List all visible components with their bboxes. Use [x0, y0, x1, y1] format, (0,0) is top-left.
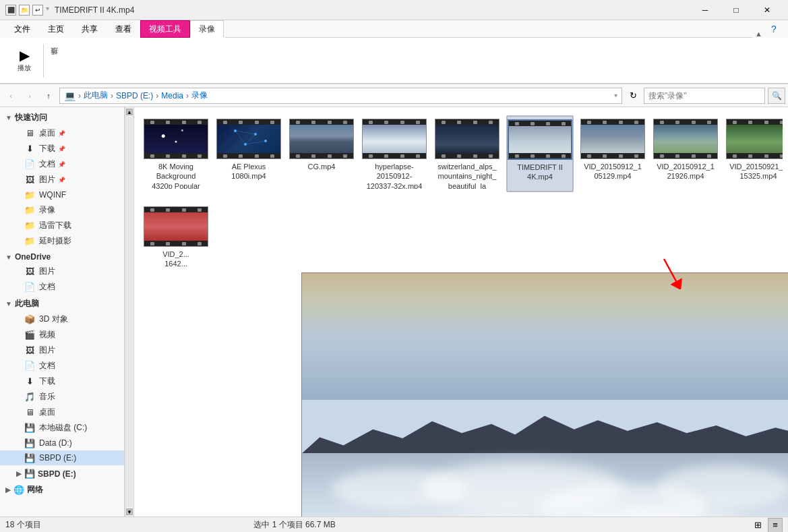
tab-view[interactable]: 查看 [107, 20, 140, 38]
file-thumb-hyperlapse [362, 119, 427, 159]
file-item-aeplexus[interactable]: AE Plexus 1080i.mp4 [215, 115, 282, 192]
sidebar-item-pictures[interactable]: 🖼 图片 📌 [0, 172, 124, 187]
close-button[interactable]: ✕ [752, 0, 783, 20]
folder-icon: 📁 [24, 205, 35, 216]
tab-file[interactable]: 文件 [5, 20, 39, 38]
preview-window: ⊞ [301, 272, 788, 516]
pin-icon: 📌 [58, 177, 65, 183]
tab-home[interactable]: 主页 [39, 20, 73, 38]
pin-icon: 📌 [58, 130, 65, 137]
ribbon-content: ▶ 播放 播放 [0, 38, 788, 84]
file-thumb-aeplexus [216, 119, 281, 159]
sidebar-item-downloads[interactable]: ⬇ 下载 📌 [0, 141, 124, 156]
pictures-icon: 🖼 [24, 266, 35, 277]
sidebar-item-pc-desktop[interactable]: 🖥 桌面 [0, 405, 124, 420]
titlebar-icons: ⬛ 📁 ↩ ▾ [5, 5, 49, 16]
path-sbpd[interactable]: SBPD (E:) [116, 91, 153, 100]
maximize-button[interactable]: □ [721, 0, 752, 20]
tab-videotool[interactable]: 视频工具 [140, 20, 190, 38]
ribbon-collapse[interactable]: ▲ [752, 30, 765, 38]
titlebar-quick-access-icon[interactable]: ⬛ [5, 5, 16, 16]
address-path[interactable]: 💻 › 此电脑 › SBPD (E:) › Media › 录像 ▾ [59, 88, 622, 104]
sidebar-header-network[interactable]: ▶ 🌐 网络 [0, 482, 124, 498]
path-thispc[interactable]: 此电脑 [84, 90, 108, 101]
file-item-hyperlapse[interactable]: hyperlapse-20150912-120337-32x.mp4 [361, 115, 428, 192]
folder-icon: 📁 [24, 189, 35, 200]
sidebar-item-documents[interactable]: 📄 文档 📌 [0, 156, 124, 172]
sidebar-item-music[interactable]: 🎵 音乐 [0, 389, 124, 405]
sidebar-header-sbpd[interactable]: ▶ 💾 SBPD (E:) [0, 467, 124, 481]
file-name-switzerland: switzerland_alps_mountains_night_beautif… [437, 162, 497, 189]
chevron-right-icon: ▶ [16, 470, 22, 477]
tab-play[interactable]: 录像 [190, 20, 224, 38]
sidebar-section-quick-access: ▼ 快速访问 🖥 桌面 📌 ⬇ 下载 📌 📄 文档 📌 🖼 图片 � [0, 110, 124, 249]
sidebar-item-drive-e[interactable]: 💾 SBPD (E:) [0, 450, 124, 465]
minimize-button[interactable]: ─ [690, 0, 721, 20]
file-thumb-switzerland [435, 119, 499, 159]
documents-icon: 📄 [24, 282, 35, 293]
scroll-down-button[interactable]: ▼ [126, 508, 133, 515]
pin-icon: 📌 [58, 161, 65, 168]
titlebar-folder-icon[interactable]: 📁 [19, 5, 30, 16]
view-grid-button[interactable]: ⊞ [750, 518, 765, 533]
desktop-icon: 🖥 [24, 407, 35, 418]
file-name-vid4: VID_2...1642... [162, 249, 189, 269]
titlebar-undo-icon[interactable]: ↩ [32, 5, 43, 16]
file-thumb-vid3 [726, 119, 783, 159]
sidebar-item-desktop[interactable]: 🖥 桌面 📌 [0, 125, 124, 141]
file-item-vid1[interactable]: VID_20150912_105129.mp4 [579, 115, 646, 192]
path-media[interactable]: Media [161, 91, 183, 100]
sbpd-drive-icon: 💾 [24, 469, 35, 479]
back-button[interactable]: ‹ [3, 88, 19, 104]
up-button[interactable]: ↑ [40, 88, 57, 104]
file-item-vid2[interactable]: VID_20150912_121926.mp4 [652, 115, 719, 192]
sidebar-item-drive-c[interactable]: 💾 本地磁盘 (C:) [0, 420, 124, 436]
file-item-switzerland[interactable]: switzerland_alps_mountains_night_beautif… [433, 115, 501, 192]
search-input[interactable] [644, 88, 765, 104]
sidebar-item-pc-pictures[interactable]: 🖼 图片 [0, 343, 124, 358]
pin-icon: 📌 [58, 146, 65, 152]
sidebar-scrollbar[interactable]: ▲ ▼ [125, 107, 134, 516]
file-name-8k: 8K Moving Background 4320p Popular Blue … [146, 162, 206, 189]
music-icon: 🎵 [24, 392, 35, 403]
sidebar-item-od-pictures[interactable]: 🖼 图片 [0, 264, 124, 279]
help-button[interactable]: ? [765, 20, 783, 38]
sidebar-item-drive-d[interactable]: 💾 Data (D:) [0, 436, 124, 450]
sidebar-item-video[interactable]: 🎬 视频 [0, 327, 124, 343]
status-selected-info: 选中 1 个项目 66.7 MB [253, 519, 750, 531]
forward-button[interactable]: › [22, 88, 38, 104]
preview-mountains [302, 400, 788, 453]
search-button[interactable]: 🔍 [768, 88, 785, 104]
sidebar-item-od-documents[interactable]: 📄 文档 [0, 279, 124, 295]
sidebar-item-pc-downloads[interactable]: ⬇ 下载 [0, 374, 124, 389]
sidebar-item-timelapse[interactable]: 📁 延时摄影 [0, 233, 124, 249]
preview-sky [302, 273, 788, 400]
sidebar-header-thispc[interactable]: ▼ 此电脑 [0, 296, 124, 312]
view-list-button[interactable]: ≡ [768, 518, 783, 533]
path-luoxiang[interactable]: 录像 [191, 90, 208, 101]
file-name-timedrift: TIMEDRIFT II 4K.mp4 [510, 162, 570, 182]
sidebar-item-xunlei[interactable]: 📁 迅雷下载 [0, 218, 124, 233]
sidebar-item-wqinf[interactable]: 📁 WQINF [0, 187, 124, 202]
tab-share[interactable]: 共享 [73, 20, 107, 38]
network-icon: 🌐 [13, 485, 24, 495]
file-item-vid3[interactable]: VID_20150921_115325.mp4 [725, 115, 783, 192]
file-thumb-vid2 [653, 119, 718, 159]
path-dropdown[interactable]: ▾ [614, 92, 617, 99]
sidebar-header-onedrive[interactable]: ▼ OneDrive [0, 250, 124, 264]
file-item-cg[interactable]: CG.mp4 [288, 115, 355, 192]
file-item-vid4[interactable]: VID_2...1642... [142, 203, 210, 272]
folder-icon: 📁 [24, 220, 35, 231]
sidebar: ▼ 快速访问 🖥 桌面 📌 ⬇ 下载 📌 📄 文档 📌 🖼 图片 � [0, 107, 125, 516]
sidebar-item-luoxiang[interactable]: 📁 录像 [0, 202, 124, 218]
svg-line-4 [235, 131, 255, 134]
folder-icon: 📁 [24, 236, 35, 247]
file-item-8k[interactable]: 8K Moving Background 4320p Popular Blue … [142, 115, 210, 192]
ribbon-play-button[interactable]: ▶ 播放 [11, 45, 38, 76]
file-item-timedrift[interactable]: TIMEDRIFT II 4K.mp4 [506, 115, 574, 192]
refresh-button[interactable]: ↻ [625, 88, 641, 104]
sidebar-item-3d[interactable]: 📦 3D 对象 [0, 312, 124, 327]
scroll-up-button[interactable]: ▲ [126, 109, 133, 115]
sidebar-header-quick-access[interactable]: ▼ 快速访问 [0, 110, 124, 125]
sidebar-item-pc-documents[interactable]: 📄 文档 [0, 358, 124, 374]
